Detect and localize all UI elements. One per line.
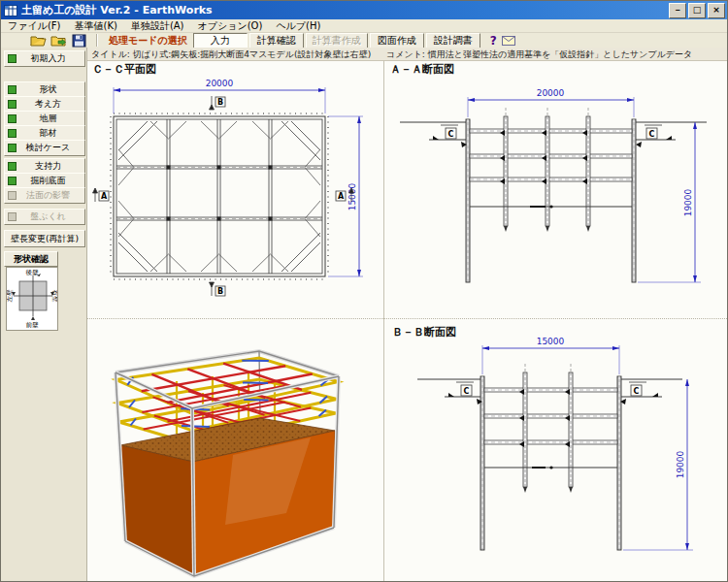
app-icon bbox=[4, 5, 17, 16]
plan-dim-width: 20000 bbox=[206, 79, 234, 88]
section-b-marker-right: C bbox=[634, 387, 640, 396]
mode-drawing-button[interactable]: 図面作成 bbox=[370, 33, 424, 48]
data-comment-text: コメント: 慣用法と弾塑性法の適用基準を「仮設指針」としたサンプルデータ bbox=[386, 48, 692, 61]
section-b-drawing: C C bbox=[384, 319, 728, 582]
green-square-icon bbox=[8, 85, 17, 94]
shape-confirm-preview: 後壁 前壁 左壁 右壁 bbox=[6, 267, 58, 331]
preview-wall-right-label: 右壁 bbox=[51, 290, 57, 304]
wall-length-recalc-button[interactable]: 壁長変更(再計算) bbox=[4, 230, 85, 247]
section-a-dim-height: 19000 bbox=[683, 188, 693, 216]
plan-marker-right: A bbox=[338, 192, 345, 201]
green-square-icon bbox=[8, 144, 17, 152]
title-bar: 土留め工の設計 Ver.2 - EarthWorks － □ × bbox=[1, 1, 727, 19]
sidebar-item-heave-check: 盤ぶくれ bbox=[4, 209, 85, 225]
minimize-button[interactable]: － bbox=[669, 3, 686, 18]
section-a-marker-left: C bbox=[448, 130, 454, 139]
preview-wall-left-label: 左壁 bbox=[7, 289, 14, 303]
open-sample-icon[interactable] bbox=[50, 34, 68, 48]
toolbar-separator bbox=[96, 34, 98, 47]
plan-dim-height: 15000 bbox=[347, 182, 357, 210]
green-square-icon bbox=[8, 177, 17, 185]
section-a-drawing: C C bbox=[384, 61, 728, 317]
mode-design-report-button[interactable]: 設計調書 bbox=[426, 33, 480, 48]
menu-help[interactable]: ヘルプ(H) bbox=[269, 19, 327, 33]
sidebar: 初期入力 形状 考え方 地層 部材 検討ケース 支持力 掘削底面 法面の影響 盤… bbox=[1, 48, 87, 582]
sidebar-item-initial-input[interactable]: 初期入力 bbox=[4, 50, 85, 67]
menu-file[interactable]: ファイル(F) bbox=[1, 19, 68, 33]
preview-wall-back-label: 後壁 bbox=[26, 269, 40, 276]
data-title-text: タイトル: 切ばり式:鋼矢板:掘削大断面4マスモデル(設計対象壁は右壁) bbox=[91, 48, 371, 61]
close-button[interactable]: × bbox=[708, 3, 725, 18]
preview-wall-front-label: 前壁 bbox=[26, 321, 40, 329]
restore-button[interactable]: □ bbox=[688, 3, 706, 18]
save-icon[interactable] bbox=[71, 34, 88, 48]
window-title: 土留め工の設計 Ver.2 - EarthWorks bbox=[21, 3, 213, 17]
plan-marker-left: A bbox=[101, 192, 108, 201]
plan-marker-bottom: B bbox=[217, 287, 223, 296]
section-b-marker-left: C bbox=[464, 387, 470, 396]
mode-select-label: 処理モードの選択 bbox=[103, 34, 193, 48]
header-strip: タイトル: 切ばり式:鋼矢板:掘削大断面4マスモデル(設計対象壁は右壁) コメン… bbox=[87, 48, 728, 61]
model-3d-view bbox=[87, 319, 383, 582]
section-a-dim-width: 20000 bbox=[537, 88, 565, 98]
green-square-icon bbox=[8, 129, 17, 138]
menu-bar: ファイル(F) 基準値(K) 単独設計(A) オプション(O) ヘルプ(H) bbox=[1, 19, 727, 33]
gray-square-icon bbox=[8, 212, 17, 221]
mode-input-button[interactable]: 入力 bbox=[193, 33, 248, 48]
open-file-icon[interactable] bbox=[30, 34, 48, 48]
section-b-dim-width: 15000 bbox=[537, 337, 565, 346]
green-square-icon bbox=[8, 100, 17, 109]
application-window: 土留め工の設計 Ver.2 - EarthWorks － □ × ファイル(F)… bbox=[0, 0, 728, 582]
help-icon[interactable]: ? bbox=[490, 34, 497, 48]
plan-view-drawing: 20000 15000 B B A A bbox=[87, 61, 383, 317]
plan-marker-top: B bbox=[217, 98, 223, 107]
green-square-icon bbox=[8, 114, 17, 123]
section-b-dim-height: 19000 bbox=[676, 450, 685, 478]
menu-options[interactable]: オプション(O) bbox=[191, 19, 270, 33]
drawing-area: タイトル: 切ばり式:鋼矢板:掘削大断面4マスモデル(設計対象壁は右壁) コメン… bbox=[87, 48, 728, 582]
shape-confirm-header: 形状確認 bbox=[4, 251, 58, 267]
sidebar-item-slope-influence: 法面の影響 bbox=[4, 187, 85, 204]
mode-calc-check-button[interactable]: 計算確認 bbox=[249, 33, 304, 48]
green-square-icon bbox=[8, 162, 17, 171]
sidebar-item-study-cases[interactable]: 検討ケース bbox=[4, 140, 85, 156]
menu-single-design[interactable]: 単独設計(A) bbox=[124, 19, 191, 33]
green-square-icon bbox=[8, 54, 17, 63]
gray-square-icon bbox=[8, 191, 17, 200]
mode-report-button: 計算書作成 bbox=[306, 33, 368, 48]
toolbar: 処理モードの選択 入力 計算確認 計算書作成 図面作成 設計調書 ? bbox=[1, 33, 727, 48]
mail-icon[interactable] bbox=[502, 34, 515, 48]
menu-standard-values[interactable]: 基準値(K) bbox=[68, 19, 124, 33]
section-a-marker-right: C bbox=[649, 130, 655, 139]
